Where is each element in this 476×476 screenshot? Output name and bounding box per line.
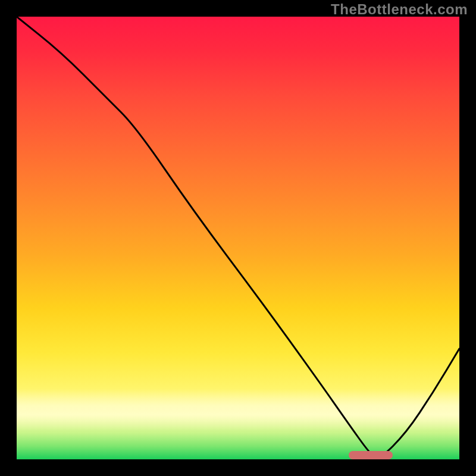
plot-area <box>17 17 459 459</box>
bottleneck-curve-path <box>17 17 459 458</box>
watermark-text: TheBottleneck.com <box>331 1 468 18</box>
chart-frame: TheBottleneck.com <box>0 0 476 476</box>
optimal-range-marker <box>349 451 393 459</box>
curve-svg <box>17 17 459 459</box>
